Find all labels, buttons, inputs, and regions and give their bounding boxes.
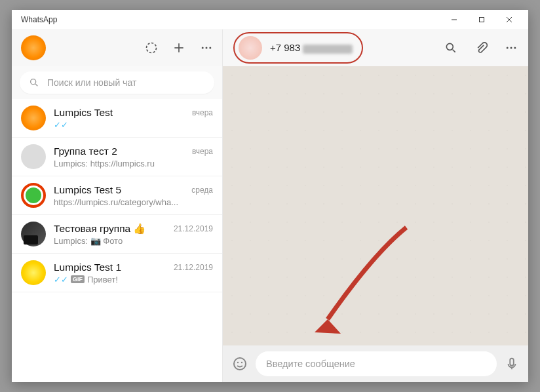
chat-list[interactable]: Lumpics Testвчера ✓✓ Группа тест 2вчера …	[12, 99, 222, 382]
minimize-button[interactable]	[440, 10, 468, 29]
chat-preview: Lumpics: 📷 Фото	[54, 236, 123, 246]
status-icon[interactable]	[145, 41, 158, 54]
window-title: WhatsApp	[17, 15, 57, 24]
svg-rect-21	[510, 359, 514, 366]
svg-marker-17	[315, 319, 341, 334]
chat-name: Lumpics Test	[54, 107, 113, 119]
chat-avatar	[21, 144, 46, 169]
chat-background	[223, 66, 528, 345]
menu-icon[interactable]	[200, 41, 213, 54]
svg-point-19	[237, 362, 239, 363]
svg-point-15	[511, 47, 512, 49]
left-panel: Lumpics Testвчера ✓✓ Группа тест 2вчера …	[12, 29, 223, 382]
search-in-chat-icon[interactable]	[444, 41, 457, 54]
gif-badge: GIF	[71, 275, 85, 283]
mic-icon[interactable]	[505, 357, 519, 371]
chat-name: Lumpics Test 5	[54, 184, 121, 196]
svg-line-13	[453, 50, 455, 52]
app-body: Lumpics Testвчера ✓✓ Группа тест 2вчера …	[12, 29, 528, 382]
right-panel: +7 983	[223, 29, 528, 382]
chat-preview: https://lumpics.ru/category/wha...	[54, 197, 178, 207]
composer	[223, 345, 528, 382]
chat-preview: Привет!	[87, 275, 118, 284]
new-chat-icon[interactable]	[172, 41, 185, 54]
chat-item[interactable]: Lumpics Test 121.12.2019 ✓✓GIFПривет!	[12, 254, 222, 292]
chat-time: вчера	[192, 147, 213, 156]
chat-name: Тестовая группа 👍	[54, 223, 145, 235]
redacted-digits	[303, 45, 353, 54]
svg-point-9	[209, 47, 211, 49]
left-header-actions	[145, 41, 213, 54]
chat-header-actions	[444, 41, 518, 54]
chat-item[interactable]: Lumpics Testвчера ✓✓	[12, 99, 222, 138]
maximize-button[interactable]	[468, 10, 495, 29]
read-checks-icon: ✓✓	[54, 275, 68, 284]
contact-header-highlight[interactable]: +7 983	[233, 32, 363, 64]
svg-point-7	[202, 47, 204, 49]
read-checks-icon: ✓✓	[54, 120, 68, 130]
titlebar-controls	[440, 10, 523, 29]
chat-item[interactable]: Тестовая группа 👍21.12.2019 Lumpics: 📷 Ф…	[12, 215, 222, 254]
chat-preview: Lumpics: https://lumpics.ru	[54, 159, 155, 168]
chat-menu-icon[interactable]	[505, 41, 518, 54]
chat-avatar	[21, 260, 46, 285]
chat-time: 21.12.2019	[174, 224, 213, 233]
search-box[interactable]	[20, 71, 214, 94]
app-window: WhatsApp	[12, 10, 528, 382]
chat-item[interactable]: Группа тест 2вчера Lumpics: https://lump…	[12, 138, 222, 176]
svg-line-11	[35, 84, 37, 86]
search-icon	[29, 77, 39, 88]
svg-point-18	[234, 358, 246, 370]
chat-item[interactable]: Lumpics Test 5среда https://lumpics.ru/c…	[12, 176, 222, 215]
search-input[interactable]	[47, 77, 205, 88]
chat-time: 21.12.2019	[174, 263, 213, 272]
svg-point-4	[147, 43, 157, 53]
svg-point-8	[206, 47, 208, 49]
svg-point-10	[31, 79, 36, 85]
left-header	[12, 29, 222, 66]
attach-icon[interactable]	[474, 41, 488, 54]
annotation-arrow	[295, 221, 426, 339]
message-input[interactable]	[256, 351, 497, 376]
chat-header: +7 983	[223, 29, 528, 66]
close-button[interactable]	[495, 10, 523, 29]
contact-phone: +7 983	[270, 42, 353, 53]
chat-name: Группа тест 2	[54, 146, 117, 157]
search-bar	[12, 66, 222, 99]
chat-avatar	[21, 106, 46, 130]
chat-avatar	[21, 222, 46, 246]
chat-time: среда	[191, 186, 213, 195]
emoji-icon[interactable]	[232, 356, 248, 372]
chat-avatar	[21, 183, 46, 208]
titlebar: WhatsApp	[12, 10, 528, 29]
svg-point-14	[507, 47, 509, 49]
svg-point-12	[446, 43, 453, 50]
chat-time: вчера	[192, 108, 213, 117]
chat-name: Lumpics Test 1	[54, 262, 121, 273]
svg-point-20	[241, 362, 242, 363]
user-avatar[interactable]	[21, 35, 46, 60]
svg-point-16	[514, 47, 516, 49]
contact-avatar	[239, 36, 262, 60]
svg-rect-1	[480, 17, 484, 22]
